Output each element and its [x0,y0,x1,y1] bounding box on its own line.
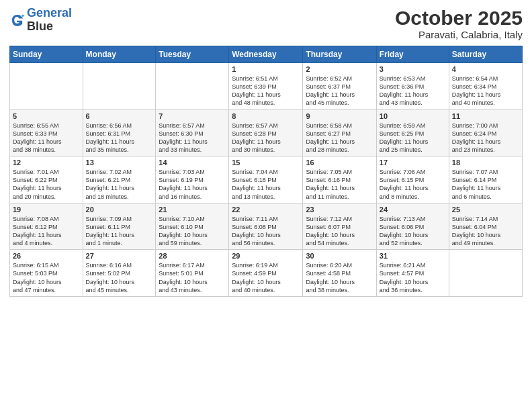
day-number: 28 [159,252,226,260]
day-info: Sunrise: 6:16 AM Sunset: 5:02 PM Dayligh… [86,261,153,294]
page-subtitle: Paravati, Calabria, Italy [395,29,523,40]
table-row: 7Sunrise: 6:57 AM Sunset: 6:30 PM Daylig… [156,109,229,156]
table-row: 16Sunrise: 7:05 AM Sunset: 6:16 PM Dayli… [303,156,376,203]
col-thursday: Thursday [303,46,376,63]
day-number: 15 [232,158,300,167]
day-info: Sunrise: 7:11 AM Sunset: 6:08 PM Dayligh… [232,215,300,248]
table-row: 30Sunrise: 6:20 AM Sunset: 4:58 PM Dayli… [303,250,376,297]
table-row: 1Sunrise: 6:51 AM Sunset: 6:39 PM Daylig… [229,63,303,110]
day-number: 26 [13,252,80,260]
day-info: Sunrise: 6:57 AM Sunset: 6:30 PM Dayligh… [159,122,226,154]
table-row: 3Sunrise: 6:53 AM Sunset: 6:36 PM Daylig… [376,63,449,110]
col-wednesday: Wednesday [229,46,303,63]
table-row: 18Sunrise: 7:07 AM Sunset: 6:14 PM Dayli… [449,156,522,203]
calendar-header-row: Sunday Monday Tuesday Wednesday Thursday… [10,46,523,63]
day-info: Sunrise: 7:01 AM Sunset: 6:22 PM Dayligh… [13,168,80,201]
col-friday: Friday [376,46,449,63]
table-row [449,250,522,297]
calendar-week-2: 5Sunrise: 6:55 AM Sunset: 6:33 PM Daylig… [10,109,523,156]
day-number: 19 [13,205,80,214]
day-info: Sunrise: 7:12 AM Sunset: 6:07 PM Dayligh… [306,215,373,248]
day-number: 13 [86,158,153,167]
table-row: 24Sunrise: 7:13 AM Sunset: 6:06 PM Dayli… [376,203,449,250]
logo-line1: General [27,6,72,19]
day-number: 10 [380,112,446,120]
day-info: Sunrise: 6:59 AM Sunset: 6:25 PM Dayligh… [380,122,446,154]
day-info: Sunrise: 6:52 AM Sunset: 6:37 PM Dayligh… [306,75,373,107]
day-number: 27 [86,252,153,260]
day-number: 12 [13,158,80,167]
day-number: 29 [232,252,300,260]
day-info: Sunrise: 7:14 AM Sunset: 6:04 PM Dayligh… [452,215,519,248]
calendar-table: Sunday Monday Tuesday Wednesday Thursday… [9,46,523,297]
day-number: 24 [380,205,446,214]
day-number: 22 [232,205,300,214]
day-info: Sunrise: 7:03 AM Sunset: 6:19 PM Dayligh… [159,168,226,201]
calendar-week-4: 19Sunrise: 7:08 AM Sunset: 6:12 PM Dayli… [10,203,523,250]
table-row: 23Sunrise: 7:12 AM Sunset: 6:07 PM Dayli… [303,203,376,250]
page-title: October 2025 [395,7,523,29]
col-monday: Monday [83,46,156,63]
day-number: 30 [306,252,373,260]
day-info: Sunrise: 7:13 AM Sunset: 6:06 PM Dayligh… [380,215,446,248]
day-info: Sunrise: 7:02 AM Sunset: 6:21 PM Dayligh… [86,168,153,201]
day-info: Sunrise: 7:07 AM Sunset: 6:14 PM Dayligh… [452,168,519,201]
table-row: 8Sunrise: 6:57 AM Sunset: 6:28 PM Daylig… [229,109,303,156]
table-row [83,63,156,110]
table-row: 27Sunrise: 6:16 AM Sunset: 5:02 PM Dayli… [83,250,156,297]
table-row: 10Sunrise: 6:59 AM Sunset: 6:25 PM Dayli… [376,109,449,156]
table-row: 21Sunrise: 7:10 AM Sunset: 6:10 PM Dayli… [156,203,229,250]
table-row: 4Sunrise: 6:54 AM Sunset: 6:34 PM Daylig… [449,63,522,110]
day-number: 8 [232,112,300,120]
day-info: Sunrise: 6:17 AM Sunset: 5:01 PM Dayligh… [159,261,226,294]
col-sunday: Sunday [10,46,83,63]
day-info: Sunrise: 7:08 AM Sunset: 6:12 PM Dayligh… [13,215,80,248]
calendar-week-5: 26Sunrise: 6:15 AM Sunset: 5:03 PM Dayli… [10,250,523,297]
day-number: 14 [159,158,226,167]
table-row: 9Sunrise: 6:58 AM Sunset: 6:27 PM Daylig… [303,109,376,156]
day-info: Sunrise: 6:55 AM Sunset: 6:33 PM Dayligh… [13,122,80,154]
calendar-week-3: 12Sunrise: 7:01 AM Sunset: 6:22 PM Dayli… [10,156,523,203]
day-number: 21 [159,205,226,214]
header: General Blue October 2025 Paravati, Cala… [9,7,523,40]
table-row: 31Sunrise: 6:21 AM Sunset: 4:57 PM Dayli… [376,250,449,297]
day-number: 20 [86,205,153,214]
title-area: October 2025 Paravati, Calabria, Italy [395,7,523,40]
day-info: Sunrise: 6:15 AM Sunset: 5:03 PM Dayligh… [13,261,80,294]
logo-icon [9,12,26,28]
table-row: 11Sunrise: 7:00 AM Sunset: 6:24 PM Dayli… [449,109,522,156]
day-number: 3 [380,65,446,73]
day-info: Sunrise: 7:06 AM Sunset: 6:15 PM Dayligh… [380,168,446,201]
day-number: 23 [306,205,373,214]
table-row: 2Sunrise: 6:52 AM Sunset: 6:37 PM Daylig… [303,63,376,110]
table-row [156,63,229,110]
table-row [10,63,83,110]
day-number: 18 [452,158,519,167]
day-info: Sunrise: 6:53 AM Sunset: 6:36 PM Dayligh… [380,75,446,107]
day-info: Sunrise: 6:58 AM Sunset: 6:27 PM Dayligh… [306,122,373,154]
table-row: 17Sunrise: 7:06 AM Sunset: 6:15 PM Dayli… [376,156,449,203]
day-info: Sunrise: 6:57 AM Sunset: 6:28 PM Dayligh… [232,122,300,154]
day-info: Sunrise: 6:51 AM Sunset: 6:39 PM Dayligh… [232,75,300,107]
day-number: 5 [13,112,80,120]
day-number: 9 [306,112,373,120]
day-info: Sunrise: 6:21 AM Sunset: 4:57 PM Dayligh… [380,261,446,294]
table-row: 28Sunrise: 6:17 AM Sunset: 5:01 PM Dayli… [156,250,229,297]
day-info: Sunrise: 6:19 AM Sunset: 4:59 PM Dayligh… [232,261,300,294]
day-info: Sunrise: 7:04 AM Sunset: 6:18 PM Dayligh… [232,168,300,201]
page: General Blue October 2025 Paravati, Cala… [0,0,532,411]
day-number: 2 [306,65,373,73]
logo: General Blue [9,7,72,34]
table-row: 6Sunrise: 6:56 AM Sunset: 6:31 PM Daylig… [83,109,156,156]
table-row: 20Sunrise: 7:09 AM Sunset: 6:11 PM Dayli… [83,203,156,250]
day-number: 17 [380,158,446,167]
day-info: Sunrise: 7:00 AM Sunset: 6:24 PM Dayligh… [452,122,519,154]
col-saturday: Saturday [449,46,522,63]
day-info: Sunrise: 6:56 AM Sunset: 6:31 PM Dayligh… [86,122,153,154]
table-row: 15Sunrise: 7:04 AM Sunset: 6:18 PM Dayli… [229,156,303,203]
day-info: Sunrise: 6:20 AM Sunset: 4:58 PM Dayligh… [306,261,373,294]
day-info: Sunrise: 7:09 AM Sunset: 6:11 PM Dayligh… [86,215,153,248]
day-info: Sunrise: 6:54 AM Sunset: 6:34 PM Dayligh… [452,75,519,107]
table-row: 12Sunrise: 7:01 AM Sunset: 6:22 PM Dayli… [10,156,83,203]
col-tuesday: Tuesday [156,46,229,63]
